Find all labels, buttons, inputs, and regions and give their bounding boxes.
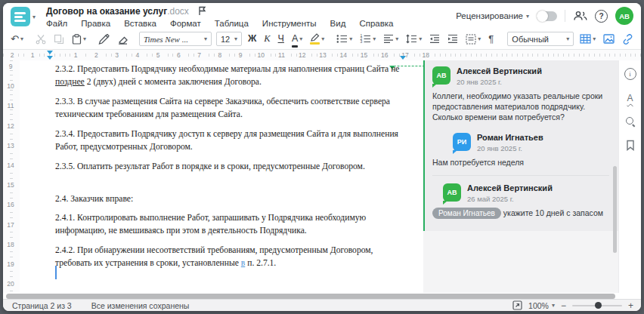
zoom-out-button[interactable]: − bbox=[561, 301, 566, 310]
chevron-down-icon: ▾ bbox=[419, 35, 422, 42]
comments-scrollbar[interactable] bbox=[613, 166, 617, 253]
paragraph-style-select[interactable]: Обычный▾ bbox=[507, 32, 574, 46]
numbered-list-button[interactable]: 123 ▾ bbox=[358, 31, 377, 48]
menu-insert[interactable]: Вставка bbox=[124, 19, 156, 28]
cut-button[interactable] bbox=[34, 31, 48, 48]
zoom-slider-knob[interactable] bbox=[595, 302, 602, 309]
chevron-down-icon: ▾ bbox=[526, 13, 529, 20]
paste-button[interactable]: ▾ bbox=[70, 31, 88, 48]
collaboration-icon[interactable] bbox=[573, 11, 587, 21]
app-window: ▾ Договор на оказание услуг .docx Файл П… bbox=[3, 3, 641, 311]
comment-date: 26 май 2025 г. bbox=[467, 195, 553, 203]
document-text: 2.3.2. Предоставить Подрядчику необходим… bbox=[55, 63, 406, 277]
fit-page-button[interactable] bbox=[512, 300, 522, 310]
font-color-button[interactable]: А▾ bbox=[290, 31, 304, 48]
chevron-down-icon: ▾ bbox=[552, 302, 555, 309]
right-indent-marker[interactable] bbox=[400, 56, 406, 60]
zoom-slider[interactable] bbox=[572, 305, 622, 306]
undo-button[interactable]: ↶▾ bbox=[9, 31, 25, 48]
first-line-indent-marker[interactable] bbox=[47, 51, 53, 54]
review-toggle[interactable] bbox=[537, 11, 557, 21]
comment-reply[interactable]: РИ Роман Игнатьев 20 янв 2025 г. Нам пот… bbox=[432, 133, 609, 168]
font-color-label: А bbox=[292, 33, 298, 44]
comment-text: Коллеги, необходимо указать реальные сро… bbox=[432, 91, 609, 122]
bookmarks-button[interactable] bbox=[626, 140, 635, 151]
italic-button[interactable]: К bbox=[262, 31, 271, 48]
insert-image-button[interactable] bbox=[602, 31, 616, 48]
v-ruler-number: 10 bbox=[3, 82, 18, 90]
comment-thread[interactable]: АВ Алексей Вертинский 20 янв 2025 г. Кол… bbox=[423, 60, 618, 231]
content-area: 91011121314151617181920 2.3.2. Предостав… bbox=[3, 60, 641, 293]
insert-table-button[interactable]: ▾ bbox=[578, 31, 597, 48]
zoom-in-button[interactable]: + bbox=[628, 301, 633, 310]
comment-item[interactable]: АВ Алексей Вертинский 20 янв 2025 г. Кол… bbox=[432, 66, 609, 122]
line-spacing-icon bbox=[406, 34, 417, 44]
tracked-insertion: позднее bbox=[55, 77, 85, 87]
paragraph-box-icon bbox=[466, 34, 476, 45]
decrease-indent-button[interactable] bbox=[428, 31, 441, 48]
menu-file[interactable]: Файл bbox=[46, 19, 67, 28]
underline-label: Ч bbox=[278, 34, 284, 44]
insert-link-button[interactable] bbox=[621, 31, 635, 48]
bullet-list-button[interactable]: ▾ bbox=[335, 31, 354, 48]
chevron-down-icon: ▾ bbox=[321, 35, 324, 42]
highlight-button[interactable]: ▾ bbox=[308, 31, 326, 48]
menu-tools[interactable]: Инструменты bbox=[262, 19, 317, 28]
left-indent-marker[interactable] bbox=[47, 56, 53, 60]
comment-reply[interactable]: АВ Алексей Вертинский 26 май 2025 г. Ром… bbox=[432, 183, 609, 219]
h-ruler-number: 4 bbox=[132, 51, 143, 59]
chevron-down-icon: ▾ bbox=[20, 35, 23, 42]
clear-format-button[interactable] bbox=[116, 31, 130, 48]
bold-button[interactable]: Ж bbox=[246, 31, 258, 48]
h-ruler-number: 1 bbox=[70, 51, 81, 59]
help-icon[interactable]: ? bbox=[595, 10, 608, 23]
scrollbar-thumb[interactable] bbox=[6, 294, 615, 299]
font-size-value: 12 bbox=[221, 35, 230, 44]
h-ruler-number: 6 bbox=[173, 51, 184, 59]
line-spacing-button[interactable]: ▾ bbox=[404, 31, 423, 48]
chevron-down-icon: ▾ bbox=[299, 35, 302, 42]
app-menu-button[interactable]: ▾ bbox=[11, 7, 36, 26]
chevron-down-icon: ▾ bbox=[83, 35, 86, 42]
font-family-select[interactable]: Times New ...▾ bbox=[139, 32, 212, 46]
user-avatar[interactable]: АВ bbox=[615, 7, 633, 25]
show-marks-button[interactable]: ¶ bbox=[487, 31, 495, 48]
h-ruler-number: 10 bbox=[255, 51, 266, 59]
menu-edit[interactable]: Правка bbox=[81, 19, 110, 28]
document-page[interactable]: 2.3.2. Предоставить Подрядчику необходим… bbox=[20, 60, 423, 293]
v-ruler-number: 20 bbox=[3, 280, 18, 288]
zoom-select[interactable]: 100%▾ bbox=[528, 301, 555, 310]
document-info-button[interactable]: i bbox=[624, 68, 636, 80]
comment-author: Алексей Вертинский bbox=[457, 66, 542, 76]
menu-format[interactable]: Формат bbox=[170, 19, 201, 28]
insert-comment-button[interactable] bbox=[639, 31, 641, 48]
page-indicator: Страница 2 из 3 bbox=[12, 301, 72, 310]
paragraph-settings-button[interactable]: ▾ bbox=[464, 31, 482, 48]
scissors-icon bbox=[36, 34, 46, 45]
search-button[interactable] bbox=[625, 116, 636, 127]
review-mode-dropdown[interactable]: Рецензирование ▾ bbox=[456, 11, 529, 20]
v-ruler-number: 19 bbox=[3, 260, 18, 268]
h-ruler-number: 1 bbox=[27, 51, 38, 59]
svg-text:3: 3 bbox=[361, 39, 363, 44]
menu-view[interactable]: Вид bbox=[330, 19, 346, 28]
h-ruler-number: 2 bbox=[91, 51, 101, 59]
vertical-ruler[interactable]: 91011121314151617181920 bbox=[3, 60, 20, 293]
underline-button[interactable]: Ч bbox=[277, 31, 286, 48]
horizontal-ruler[interactable]: 21123456789101112131415161718 bbox=[3, 50, 641, 61]
menu-help[interactable]: Справка bbox=[359, 19, 393, 28]
comment-text: Роман Игнатьев укажите 10 дней с запасом bbox=[432, 208, 609, 219]
review-mode-label: Рецензирование bbox=[456, 11, 523, 20]
increase-indent-button[interactable] bbox=[446, 31, 460, 48]
h-ruler-number: 14 bbox=[338, 51, 348, 59]
format-painter-button[interactable] bbox=[97, 31, 111, 48]
align-button[interactable]: ▾ bbox=[382, 31, 400, 48]
eraser-icon bbox=[117, 34, 128, 45]
bold-label: Ж bbox=[248, 34, 256, 44]
favorite-flag-icon[interactable] bbox=[198, 6, 206, 16]
comment-date: 20 янв 2025 г. bbox=[457, 78, 542, 86]
font-size-select[interactable]: 12▾ bbox=[216, 32, 242, 46]
copy-button[interactable] bbox=[52, 31, 66, 48]
spellcheck-button[interactable]: А bbox=[627, 93, 633, 103]
menu-table[interactable]: Таблица bbox=[215, 19, 249, 28]
